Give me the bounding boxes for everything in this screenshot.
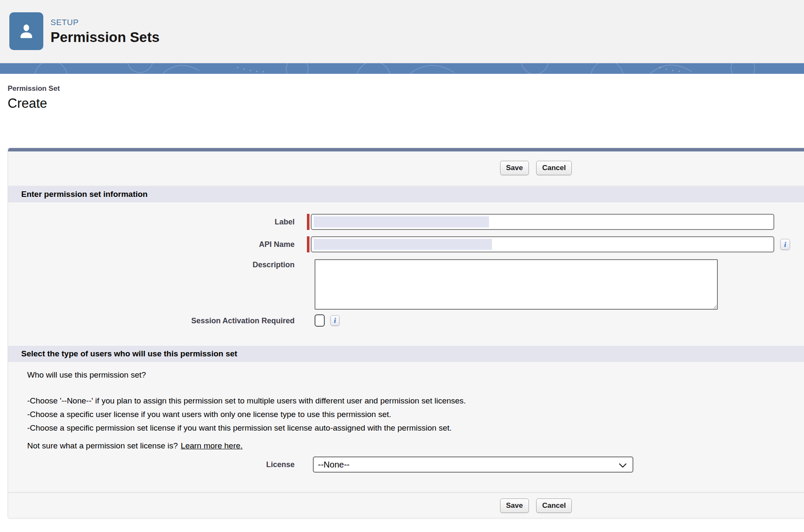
help-prompt: Not sure what a permission set license i… bbox=[27, 441, 178, 450]
page-heading: Permission Set Create bbox=[8, 84, 804, 111]
cancel-button[interactable]: Cancel bbox=[536, 161, 572, 175]
setup-eyebrow: SETUP bbox=[51, 18, 160, 27]
information-section-body: Label API Name i Description bbox=[8, 202, 804, 346]
decorative-banner bbox=[0, 62, 804, 74]
description-textarea[interactable] bbox=[315, 259, 718, 310]
autofill-highlight bbox=[314, 239, 492, 250]
license-field-row: License --None-- bbox=[8, 456, 804, 473]
top-button-row: Save Cancel bbox=[8, 151, 804, 186]
question-text: Who will use this permission set? bbox=[8, 370, 804, 380]
api-name-input[interactable] bbox=[311, 236, 774, 252]
guideline-line: -Choose a specific user license if you w… bbox=[8, 408, 804, 421]
info-icon-glyph: i bbox=[334, 317, 336, 324]
license-selected-value: --None-- bbox=[318, 460, 349, 470]
api-name-field-row: API Name i bbox=[8, 236, 804, 252]
save-button[interactable]: Save bbox=[500, 498, 529, 513]
session-activation-checkbox[interactable] bbox=[315, 314, 325, 327]
banner-pattern bbox=[0, 63, 804, 74]
help-line: Not sure what a permission set license i… bbox=[8, 441, 804, 451]
section-header-information: Enter permission set information bbox=[8, 186, 804, 202]
required-indicator bbox=[307, 236, 309, 252]
chevron-down-icon bbox=[619, 463, 627, 468]
setup-header: SETUP Permission Sets bbox=[0, 0, 804, 62]
api-name-field-label: API Name bbox=[8, 240, 295, 249]
user-type-section-body: Who will use this permission set? -Choos… bbox=[8, 362, 804, 473]
label-input[interactable] bbox=[311, 214, 774, 230]
top-button-group: Save Cancel bbox=[500, 161, 577, 175]
guideline-line: -Choose a specific permission set licens… bbox=[8, 421, 804, 435]
session-activation-label: Session Activation Required bbox=[8, 316, 295, 325]
bottom-button-group: Save Cancel bbox=[500, 498, 577, 513]
bottom-button-row: Save Cancel bbox=[8, 492, 804, 517]
learn-more-link[interactable]: Learn more here. bbox=[181, 441, 243, 450]
info-icon-glyph: i bbox=[784, 241, 786, 248]
create-permission-set-form: Save Cancel Enter permission set informa… bbox=[8, 148, 804, 518]
label-field-label: Label bbox=[8, 217, 295, 227]
label-field-row: Label bbox=[8, 214, 804, 230]
info-icon[interactable]: i bbox=[330, 315, 340, 326]
autofill-highlight bbox=[314, 216, 489, 227]
permission-sets-tile bbox=[9, 12, 43, 50]
user-icon bbox=[17, 21, 36, 41]
license-field-label: License bbox=[8, 460, 295, 469]
cancel-button[interactable]: Cancel bbox=[536, 498, 572, 513]
guideline-line: -Choose '--None--' if you plan to assign… bbox=[8, 394, 804, 408]
required-indicator bbox=[307, 214, 309, 230]
description-field-row: Description bbox=[8, 259, 804, 310]
description-field-label: Description bbox=[8, 259, 295, 269]
card-top-accent bbox=[8, 148, 804, 151]
header-titles: SETUP Permission Sets bbox=[51, 18, 160, 44]
object-name: Permission Set bbox=[8, 84, 804, 93]
permission-sets-create-page: SETUP Permission Sets bbox=[0, 0, 804, 532]
license-select[interactable]: --None-- bbox=[313, 456, 633, 473]
info-icon[interactable]: i bbox=[780, 239, 790, 250]
action-name: Create bbox=[8, 96, 804, 111]
save-button[interactable]: Save bbox=[500, 161, 529, 175]
session-activation-row: Session Activation Required i bbox=[8, 314, 804, 327]
section-header-user-type: Select the type of users who will use th… bbox=[8, 346, 804, 362]
page-title: Permission Sets bbox=[51, 30, 160, 44]
